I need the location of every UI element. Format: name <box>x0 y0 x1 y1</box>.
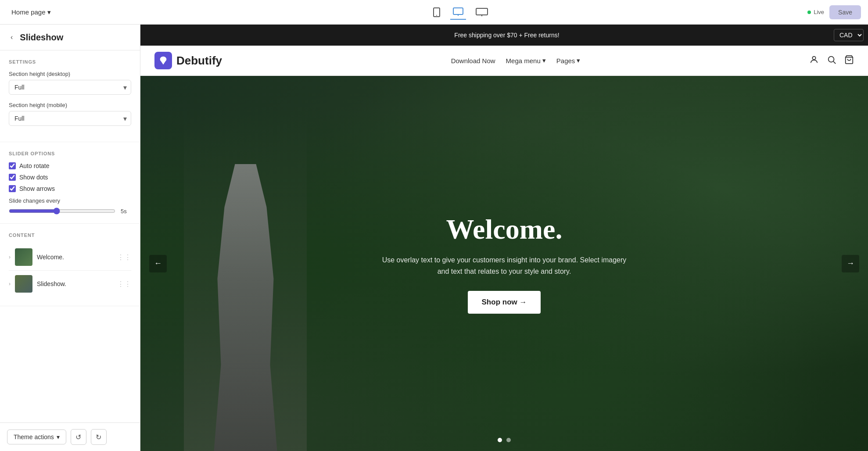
slide-changes-wrap: 5s <box>9 208 131 215</box>
section-height-desktop-field: Section height (desktop) Full Large Medi… <box>9 71 131 95</box>
save-button[interactable]: Save <box>829 5 861 19</box>
auto-rotate-label: Auto rotate <box>19 162 50 169</box>
theme-actions-label: Theme actions <box>14 433 54 440</box>
section-height-desktop-select-wrap: Full Large Medium Small <box>9 80 131 95</box>
svg-point-8 <box>812 56 815 59</box>
section-height-desktop-select[interactable]: Full Large Medium Small <box>9 80 131 95</box>
chevron-right-icon: › <box>9 254 11 260</box>
logo-icon <box>154 52 172 69</box>
wide-device-btn[interactable] <box>473 5 491 19</box>
auto-rotate-row: Auto rotate <box>9 162 131 169</box>
drag-handle-icon[interactable]: ⋮⋮ <box>117 253 131 261</box>
redo-button[interactable]: ↻ <box>91 429 107 445</box>
show-dots-checkbox[interactable] <box>9 174 16 181</box>
content-section: CONTENT › Welcome. ⋮⋮ › Slideshow. ⋮⋮ <box>0 224 140 306</box>
home-page-label: Home page <box>11 8 46 16</box>
theme-actions-button[interactable]: Theme actions ▾ <box>7 430 66 444</box>
device-switcher <box>147 5 773 20</box>
content-label: CONTENT <box>9 233 131 238</box>
settings-section: SETTINGS Section height (desktop) Full L… <box>0 50 140 142</box>
mobile-device-btn[interactable] <box>430 5 443 20</box>
live-label: Live <box>814 9 824 15</box>
slide-changes-row: Slide changes every 5s <box>9 197 131 215</box>
svg-point-1 <box>436 15 437 16</box>
desktop-device-btn[interactable] <box>450 5 466 20</box>
nav-link-pages[interactable]: Pages ▾ <box>556 57 581 64</box>
section-height-mobile-field: Section height (mobile) Full Large Mediu… <box>9 102 131 126</box>
undo-button[interactable]: ↺ <box>71 429 86 445</box>
top-bar-right: Live Save <box>773 5 861 19</box>
slide-dot-2[interactable] <box>506 438 511 442</box>
store-nav-links: Download Now Mega menu ▾ Pages ▾ <box>451 57 581 64</box>
shop-now-button[interactable]: Shop now → <box>468 291 541 314</box>
sidebar-title: Slideshow <box>20 32 63 43</box>
account-icon[interactable] <box>809 55 819 67</box>
section-height-mobile-select[interactable]: Full Large Medium Small <box>9 111 131 126</box>
store-nav: Debutify Download Now Mega menu ▾ Pages … <box>140 46 868 76</box>
slideshow-item-label: Slideshow. <box>37 280 113 287</box>
svg-point-9 <box>829 56 834 62</box>
list-item[interactable]: › Welcome. ⋮⋮ <box>9 244 131 271</box>
svg-line-10 <box>833 61 836 64</box>
top-bar-left: Home page ▾ <box>7 6 147 19</box>
slider-options-section: SLIDER OPTIONS Auto rotate Show dots Sho… <box>0 142 140 224</box>
slide-changes-label: Slide changes every <box>9 197 131 204</box>
content-items-list: › Welcome. ⋮⋮ › Slideshow. ⋮⋮ <box>9 244 131 297</box>
welcome-thumb <box>15 248 32 266</box>
hero-section: Welcome. Use overlay text to give your c… <box>140 76 868 451</box>
slide-arrow-left[interactable]: ← <box>149 255 167 272</box>
search-icon[interactable] <box>827 55 836 67</box>
show-arrows-label: Show arrows <box>19 185 55 192</box>
back-button[interactable]: ‹ <box>9 32 14 43</box>
section-height-mobile-label: Section height (mobile) <box>9 102 131 108</box>
slide-dot-1[interactable] <box>498 438 502 442</box>
nav-link-download[interactable]: Download Now <box>451 57 495 64</box>
chevron-right-icon: › <box>9 281 11 287</box>
chevron-down-icon: ▾ <box>577 57 580 64</box>
slide-dots <box>498 438 511 442</box>
slide-arrow-right[interactable]: → <box>842 255 859 272</box>
live-dot <box>807 11 811 14</box>
hero-subtitle: Use overlay text to give your customers … <box>381 254 627 277</box>
nav-link-mega-menu[interactable]: Mega menu ▾ <box>506 57 546 64</box>
slide-changes-value: 5s <box>121 208 131 215</box>
chevron-down-icon: ▾ <box>57 433 60 440</box>
show-arrows-row: Show arrows <box>9 185 131 192</box>
announcement-text: Free shipping over $70 + Free returns! <box>180 32 834 39</box>
store-preview: Free shipping over $70 + Free returns! C… <box>140 25 868 451</box>
preview-area: Free shipping over $70 + Free returns! C… <box>140 25 868 451</box>
section-height-desktop-label: Section height (desktop) <box>9 71 131 77</box>
list-item[interactable]: › Slideshow. ⋮⋮ <box>9 271 131 297</box>
show-dots-label: Show dots <box>19 174 48 181</box>
hero-title: Welcome. <box>446 213 563 246</box>
store-inner: Free shipping over $70 + Free returns! C… <box>140 25 868 451</box>
top-bar: Home page ▾ Live Save <box>0 0 868 25</box>
section-height-mobile-select-wrap: Full Large Medium Small <box>9 111 131 126</box>
drag-handle-icon[interactable]: ⋮⋮ <box>117 280 131 288</box>
currency-dropdown[interactable]: CAD USD EUR <box>834 29 864 41</box>
store-logo-text: Debutify <box>176 54 222 68</box>
live-indicator: Live <box>807 9 824 15</box>
chevron-down-icon: ▾ <box>47 8 51 16</box>
svg-rect-5 <box>476 8 488 15</box>
hero-overlay: Welcome. Use overlay text to give your c… <box>140 76 868 451</box>
auto-rotate-checkbox[interactable] <box>9 162 16 169</box>
slideshow-thumb <box>15 275 32 293</box>
slide-changes-slider[interactable] <box>9 208 115 215</box>
chevron-down-icon: ▾ <box>542 57 546 64</box>
home-page-dropdown[interactable]: Home page ▾ <box>7 6 55 19</box>
sidebar: ‹ Slideshow SETTINGS Section height (des… <box>0 25 140 451</box>
settings-label: SETTINGS <box>9 59 131 64</box>
show-arrows-checkbox[interactable] <box>9 185 16 192</box>
cart-icon[interactable] <box>844 55 854 67</box>
sidebar-bottom: Theme actions ▾ ↺ ↻ <box>0 422 140 451</box>
sidebar-header: ‹ Slideshow <box>0 25 140 50</box>
welcome-item-label: Welcome. <box>37 254 113 261</box>
slider-options-label: SLIDER OPTIONS <box>9 151 131 156</box>
main-layout: ‹ Slideshow SETTINGS Section height (des… <box>0 25 868 451</box>
store-logo: Debutify <box>154 52 222 69</box>
store-nav-icons <box>809 55 854 67</box>
show-dots-row: Show dots <box>9 174 131 181</box>
announcement-bar: Free shipping over $70 + Free returns! C… <box>140 25 868 46</box>
svg-rect-2 <box>453 8 463 14</box>
